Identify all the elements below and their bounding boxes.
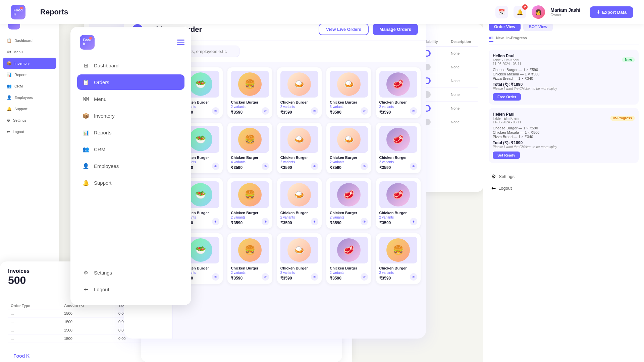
sidebar-logo-area: FoodK: [77, 35, 184, 50]
food-card-8[interactable]: 🍛 Chicken Burger 2 variants ₹3590 👁: [326, 123, 371, 173]
bg-nav-reports: 📊Reports: [3, 69, 56, 80]
food-img-5: 🥗: [189, 128, 212, 151]
lo-logout-label: Logout: [498, 186, 512, 191]
support-icon: 🔔: [83, 179, 89, 186]
order-1-accept-btn[interactable]: Free Order: [493, 93, 521, 101]
food-card-1[interactable]: 🍔 Chicken Burger 2 variants ₹3590 👁: [227, 67, 272, 118]
food-eye-btn-9[interactable]: 👁: [410, 163, 417, 170]
food-eye-btn-11[interactable]: 👁: [262, 218, 269, 225]
food-card-13[interactable]: 🥩 Chicken Burger 2 variants ₹3590 👁: [326, 178, 371, 229]
food-grid-area: 🥗 Chicken Burger 2 variants ₹3590 👁 🍔 Ch…: [173, 62, 426, 339]
col-description: Description: [451, 40, 478, 44]
sidebar-item-dashboard-label: Dashboard: [94, 63, 118, 68]
food-eye-btn-16[interactable]: 👁: [262, 273, 269, 281]
food-eye-btn-4[interactable]: 👁: [410, 107, 417, 115]
order-card-2: Hellen Paul Table - Elm Kheni 11-06-2024…: [489, 108, 639, 163]
food-name-7: Chicken Burger: [280, 156, 318, 160]
sidebar-item-support[interactable]: 🔔 Support: [77, 175, 184, 190]
sidebar-item-menu[interactable]: 🍽 Menu: [77, 91, 184, 107]
food-eye-btn-6[interactable]: 👁: [262, 163, 269, 170]
food-card-12[interactable]: 🍛 Chicken Burger 2 variants ₹3590 👁: [277, 178, 322, 229]
bg-nav-inventory: 📦Inventory: [3, 58, 56, 69]
order-2-footer: Total (₹): ₹1890: [493, 140, 635, 145]
food-img-17: 🍛: [287, 238, 311, 262]
food-eye-btn-14[interactable]: 👁: [410, 218, 417, 225]
food-card-18[interactable]: 🥩 Chicken Burger 2 variants ₹3590 👁: [326, 233, 371, 284]
inv-amount-2: 1500: [61, 326, 116, 335]
sidebar-item-crm-label: CRM: [94, 146, 105, 152]
topbar-right: 📅 🔔 2 👩 Mariam Jashi Owner ⬇ Export Data: [495, 5, 633, 19]
food-img-12: 🍛: [287, 183, 311, 206]
food-img-0: 🥗: [189, 72, 212, 96]
food-eye-btn-19[interactable]: 👁: [410, 273, 417, 281]
food-card-9[interactable]: 🥩 Chicken Burger 2 variants ₹3590 👁: [376, 123, 421, 173]
food-eye-btn-3[interactable]: 👁: [361, 107, 368, 115]
food-eye-btn-1[interactable]: 👁: [262, 107, 269, 115]
sidebar-item-inventory[interactable]: 📦 Inventory: [77, 108, 184, 123]
food-name-18: Chicken Burger: [330, 266, 368, 270]
food-name-16: Chicken Burger: [231, 266, 269, 270]
live-orders-panel: Live Orders ☰ Order View BOT View All Ne…: [483, 0, 644, 362]
sidebar-item-dashboard[interactable]: ⊞ Dashboard: [77, 58, 184, 73]
food-eye-btn-13[interactable]: 👁: [361, 218, 368, 225]
order-2-ready-btn[interactable]: Set Ready: [493, 152, 520, 159]
filter-new[interactable]: New: [496, 36, 504, 42]
food-card-17[interactable]: 🍛 Chicken Burger 2 variants ₹3590 👁: [277, 233, 322, 284]
order-2-note: Please I want the Chicken to be more spi…: [493, 145, 635, 149]
logout-icon: ⬅: [83, 286, 89, 293]
food-card-3[interactable]: 🍛 Chicken Burger 3 variants ₹3590 👁: [326, 67, 371, 118]
sidebar-item-crm[interactable]: 👥 CRM: [77, 141, 184, 157]
food-name-2: Chicken Burger: [280, 100, 318, 104]
hamburger-icon[interactable]: [177, 40, 184, 45]
food-card-11[interactable]: 🍔 Chicken Burger 2 variants ₹3590 👁: [227, 178, 272, 229]
food-img-1: 🍔: [238, 72, 262, 96]
filter-all[interactable]: All: [489, 36, 493, 42]
sidebar-item-settings[interactable]: ⚙ Settings: [77, 265, 184, 280]
manage-orders-button[interactable]: Manage Orders: [373, 23, 418, 35]
invoice-left: Invoices 500: [8, 268, 30, 287]
food-card-4[interactable]: 🥩 Chicken Burger 2 variants ₹3590 👁: [376, 67, 421, 118]
order-1-item-3: Pizza Bread — 1 × ₹340: [493, 76, 635, 81]
order-card-1: Hellen Paul Table - Elm Kheni 11-06-2024…: [489, 50, 639, 105]
order-2-status: In-Progress: [610, 116, 635, 121]
food-eye-btn-8[interactable]: 👁: [361, 163, 368, 170]
sidebar-item-reports[interactable]: 📊 Reports: [77, 125, 184, 140]
food-img-4: 🥩: [386, 72, 410, 96]
filter-in-progress[interactable]: In-Progress: [506, 36, 527, 42]
order-card-2-header: Hellen Paul Table - Elm Kheni 11-06-2024…: [493, 112, 635, 124]
logo-dot: [20, 7, 23, 9]
bg-nav-settings: ⚙Settings: [3, 115, 56, 126]
order-1-note: Please I want the Chicken to be more spi…: [493, 87, 635, 90]
food-img-19: 🍔: [386, 238, 410, 262]
inv-type-3: ...: [8, 335, 61, 343]
inv-amount-1: 1500: [61, 318, 116, 326]
food-card-2[interactable]: 🍛 Chicken Burger 2 variants ₹3590 👁: [277, 67, 322, 118]
food-card-6[interactable]: 🍔 Chicken Burger 4 variants ₹3590 👁: [227, 123, 272, 173]
food-card-img-16: 🍔: [231, 237, 269, 263]
food-name-11: Chicken Burger: [231, 211, 269, 215]
lo-logout-link[interactable]: ⬅ Logout: [489, 182, 639, 194]
export-button[interactable]: ⬇ Export Data: [590, 6, 633, 18]
sidebar-item-orders[interactable]: 📋 Orders: [77, 74, 184, 90]
food-eye-btn-18[interactable]: 👁: [361, 273, 368, 281]
order-1-actions[interactable]: Free Order: [493, 93, 635, 101]
desc-main: None: [451, 106, 478, 110]
food-card-16[interactable]: 🍔 Chicken Burger 2 variants ₹3590 👁: [227, 233, 272, 284]
food-name-12: Chicken Burger: [280, 211, 318, 215]
employees-icon: 👤: [83, 163, 89, 169]
lo-settings-link[interactable]: ⚙ Settings: [489, 171, 639, 182]
lo-settings-icon: ⚙: [491, 173, 496, 180]
food-card-img-17: 🍛: [280, 237, 318, 263]
sidebar-item-logout[interactable]: ⬅ Logout: [77, 282, 184, 297]
food-card-19[interactable]: 🍔 Chicken Burger 2 variants ₹3590 👁: [376, 233, 421, 284]
food-card-14[interactable]: 🥩 Chicken Burger 2 variants ₹3590 👁: [376, 178, 421, 229]
bell-icon-btn[interactable]: 🔔 2: [514, 6, 526, 18]
food-name-17: Chicken Burger: [280, 266, 318, 270]
view-live-orders-button[interactable]: View Live Orders: [319, 23, 369, 35]
export-label: Export Data: [602, 10, 627, 15]
calendar-icon-btn[interactable]: 📅: [495, 6, 508, 18]
food-card-7[interactable]: 🍛 Chicken Burger 2 variants ₹3590 👁: [277, 123, 322, 173]
sidebar-item-employees[interactable]: 👤 Employees: [77, 158, 184, 174]
order-2-actions[interactable]: Set Ready: [493, 152, 635, 159]
bg-sidebar-nav: 📋Dashboard 🍽Menu 📦Inventory 📊Reports 👥CR…: [3, 13, 56, 137]
